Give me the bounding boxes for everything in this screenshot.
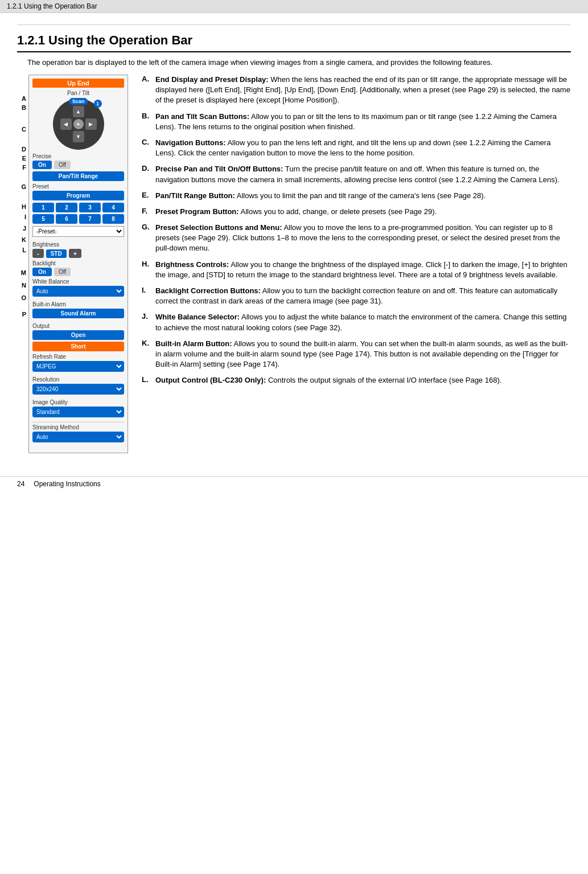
refresh-rate-select[interactable]: MJPEG	[32, 361, 124, 372]
streaming-select[interactable]: Auto	[32, 432, 124, 442]
preset-btn-1[interactable]: 1	[32, 203, 54, 212]
nav-down-btn[interactable]: ▼	[73, 131, 84, 142]
short-btn[interactable]: Short	[32, 342, 124, 351]
desc-label: Built-in Alarm Button:	[155, 339, 232, 348]
preset-label: Preset	[32, 183, 124, 190]
desc-label: White Balance Selector:	[155, 313, 240, 321]
label-l: L	[22, 247, 28, 253]
desc-text: Precise Pan and Tilt On/Off Buttons: Tur…	[155, 164, 571, 184]
backlight-on-btn[interactable]: On	[32, 268, 52, 276]
pan-tilt-range-btn[interactable]: Pan/Tilt Range	[32, 171, 124, 181]
streaming-section: Streaming Method Auto	[32, 424, 124, 445]
backlight-btn-row: On Off	[32, 268, 124, 276]
program-btn[interactable]: Program	[32, 191, 124, 200]
desc-label: Brightness Controls:	[155, 260, 229, 269]
backlight-off-btn[interactable]: Off	[54, 268, 71, 276]
sound-alarm-btn[interactable]: Sound Alarm	[32, 309, 124, 318]
brightness-plus-btn[interactable]: +	[69, 249, 81, 258]
desc-label: Navigation Buttons:	[155, 138, 226, 147]
up-end-section: Up End	[32, 79, 124, 88]
preset-btn-3[interactable]: 3	[79, 203, 101, 212]
nav-left-btn[interactable]: ◀	[60, 118, 72, 130]
desc-label: Pan/Tilt Range Button:	[155, 191, 235, 200]
desc-letter: F.	[142, 207, 152, 215]
preset-btn-5[interactable]: 5	[32, 214, 54, 224]
brightness-minus-btn[interactable]: -	[32, 249, 44, 258]
desc-letter: B.	[142, 112, 152, 120]
resolution-section: Resolution 320x240	[32, 376, 124, 397]
open-btn[interactable]: Open	[32, 330, 124, 340]
image-quality-select[interactable]: Standard	[32, 407, 124, 417]
desc-item: K. Built-in Alarm Button: Allows you to …	[142, 339, 571, 370]
desc-letter: C.	[142, 138, 152, 146]
white-balance-select[interactable]: Auto	[32, 286, 124, 297]
label-c: C	[22, 126, 28, 133]
operation-bar-panel: Up End Pan / Tilt Scan 1 ▲ ◀	[28, 75, 128, 453]
nav-cluster-section: Scan 1 ▲ ◀ ● ▶ ▼	[32, 99, 124, 150]
label-m: M	[21, 269, 28, 276]
desc-text: Output Control (BL-C230 Only): Controls …	[155, 375, 501, 385]
header-title: 1.2.1 Using the Operation Bar	[7, 2, 97, 10]
label-j: J	[23, 225, 28, 232]
nav-up-btn[interactable]: ▲	[73, 106, 84, 117]
title-divider	[17, 24, 571, 25]
preset-btn-6[interactable]: 6	[56, 214, 77, 224]
brightness-std-btn[interactable]: STD	[46, 249, 67, 258]
precise-on-btn[interactable]: On	[32, 161, 52, 169]
image-quality-section: Image Quality Standard	[32, 399, 124, 420]
desc-text: Pan and Tilt Scan Buttons: Allow you to …	[155, 112, 571, 132]
refresh-rate-section: Refresh Rate MJPEG	[32, 354, 124, 374]
desc-item: I. Backlight Correction Buttons: Allow y…	[142, 286, 571, 306]
resolution-select[interactable]: 320x240	[32, 384, 124, 395]
desc-text: End Display and Preset Display: When the…	[155, 75, 571, 106]
desc-letter: L.	[142, 375, 152, 384]
preset-btn-7[interactable]: 7	[79, 214, 101, 224]
labels-sidebar: A B C D E F G	[17, 75, 28, 325]
label-n: N	[22, 282, 28, 289]
nav-circle: Scan 1 ▲ ◀ ● ▶ ▼	[53, 99, 104, 150]
preset-btn-2[interactable]: 2	[56, 203, 77, 212]
output-label: Output	[32, 323, 124, 329]
nav-arrows: ▲ ◀ ● ▶ ▼	[60, 106, 97, 142]
label-o: O	[21, 294, 28, 301]
desc-label: End Display and Preset Display:	[155, 75, 269, 84]
preset-btn-8[interactable]: 8	[102, 214, 124, 224]
backlight-section: Backlight On Off	[32, 260, 124, 276]
desc-label: Preset Selection Buttons and Menu:	[155, 223, 282, 232]
desc-letter: D.	[142, 164, 152, 173]
nav-center-btn[interactable]: ●	[73, 119, 84, 129]
label-f: F	[22, 164, 28, 171]
brightness-label: Brightness	[32, 241, 124, 248]
desc-letter: I.	[142, 286, 152, 294]
scan-badge: 1	[94, 100, 102, 108]
desc-text: Preset Program Button: Allows you to add…	[155, 207, 437, 217]
desc-item: C. Navigation Buttons: Allow you to pan …	[142, 138, 571, 158]
preset-btn-4[interactable]: 4	[102, 203, 124, 212]
preset-dropdown[interactable]: -Preset-	[32, 226, 124, 237]
label-g: G	[21, 183, 28, 190]
image-quality-label: Image Quality	[32, 399, 124, 405]
page-footer: 24 Operating Instructions	[0, 476, 588, 491]
output-section: Output Open Short	[32, 323, 124, 351]
page-content: 1.2.1 Using the Operation Bar The operat…	[0, 13, 588, 465]
precise-label: Precise	[32, 153, 124, 159]
label-d: D	[22, 146, 28, 153]
desc-letter: A.	[142, 75, 152, 83]
streaming-method-label: Streaming Method	[32, 424, 124, 430]
nav-right-btn[interactable]: ▶	[85, 118, 97, 130]
preset-grid: 1 2 3 4 5 6 7 8	[32, 203, 124, 224]
refresh-rate-label: Refresh Rate	[32, 354, 124, 360]
desc-label: Preset Program Button:	[155, 207, 239, 216]
desc-item: E. Pan/Tilt Range Button: Allows you to …	[142, 191, 571, 201]
scan-label[interactable]: Scan	[69, 98, 88, 105]
desc-label: Output Control (BL-C230 Only):	[155, 376, 266, 384]
up-end-display: Up End	[32, 79, 124, 88]
label-b: B	[22, 104, 28, 111]
desc-item: B. Pan and Tilt Scan Buttons: Allow you …	[142, 112, 571, 132]
desc-item: A. End Display and Preset Display: When …	[142, 75, 571, 106]
desc-letter: G.	[142, 223, 152, 231]
white-balance-section: White Balance Auto	[32, 278, 124, 299]
preset-nums-section: 1 2 3 4 5 6 7 8 -Preset-	[32, 203, 124, 239]
precise-off-btn[interactable]: Off	[54, 161, 71, 169]
panel-with-labels: A B C D E F G	[17, 75, 128, 453]
